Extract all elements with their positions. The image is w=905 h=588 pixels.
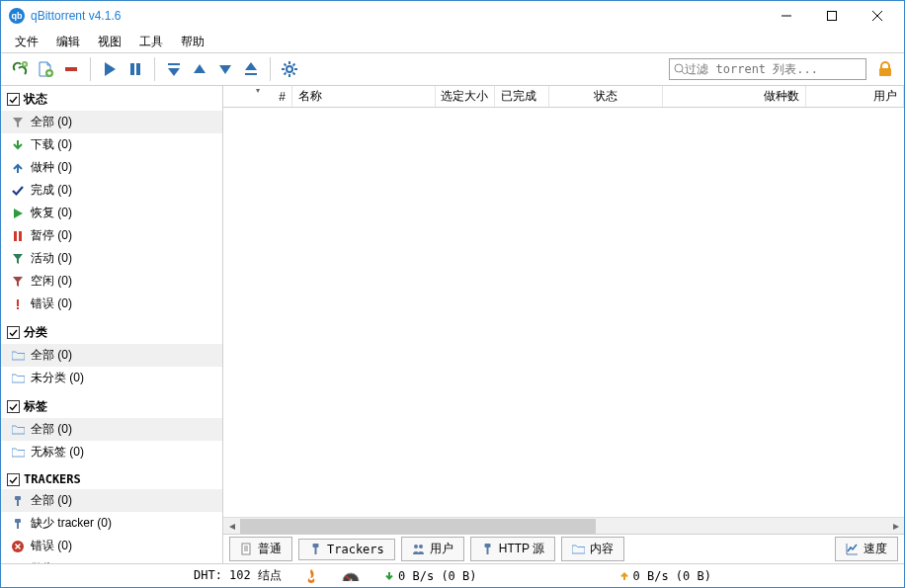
column-label: # <box>279 90 286 104</box>
scroll-left-icon[interactable]: ◂ <box>223 518 240 535</box>
status-text: 0 B/s (0 B) <box>633 569 711 583</box>
column-num[interactable]: ▾# <box>223 86 292 107</box>
sidebar-item-active[interactable]: 活动 (0) <box>1 247 222 270</box>
checkbox-icon <box>7 473 20 486</box>
sidebar-header-categories[interactable]: 分类 <box>1 321 222 344</box>
sidebar-header-trackers[interactable]: TRACKERS <box>1 469 222 489</box>
scroll-track[interactable] <box>240 518 887 535</box>
settings-button[interactable] <box>277 56 302 82</box>
check-icon <box>11 185 25 197</box>
svg-rect-43 <box>486 547 488 554</box>
sidebar-item-inactive[interactable]: 空闲 (0) <box>1 270 222 293</box>
chart-icon <box>846 543 859 555</box>
sidebar-item-tracker-trackerless[interactable]: 缺少 tracker (0) <box>1 512 222 535</box>
tab-label: 普通 <box>258 541 282 557</box>
sidebar-item-label: 全部 (0) <box>31 492 72 509</box>
column-done[interactable]: 已完成 <box>495 86 549 107</box>
tracker-icon <box>11 495 25 507</box>
tab-label: 速度 <box>864 541 887 557</box>
move-top-button[interactable] <box>161 56 187 82</box>
svg-rect-28 <box>17 500 19 506</box>
svg-point-11 <box>287 66 292 72</box>
tab-peers[interactable]: 用户 <box>401 537 464 561</box>
move-down-button[interactable] <box>212 56 238 82</box>
column-peers[interactable]: 用户 <box>806 86 904 107</box>
status-download-speed[interactable]: 0 B/s (0 B) <box>376 569 484 583</box>
sidebar-item-errored[interactable]: 错误 (0) <box>1 293 222 315</box>
sidebar-item-tracker-all[interactable]: 全部 (0) <box>1 489 222 512</box>
error-icon <box>11 541 25 552</box>
play-icon <box>11 208 25 219</box>
menu-view[interactable]: 视图 <box>90 32 129 52</box>
move-up-button[interactable] <box>187 56 212 82</box>
menu-file[interactable]: 文件 <box>7 32 46 52</box>
pause-button[interactable] <box>123 56 148 82</box>
tab-http-sources[interactable]: HTTP 源 <box>470 537 555 561</box>
sidebar-item-label: 错误 (0) <box>31 538 72 554</box>
menu-help[interactable]: 帮助 <box>173 32 212 52</box>
sidebar-item-label: 做种 (0) <box>31 159 72 176</box>
status-firewall[interactable] <box>297 569 325 583</box>
column-size[interactable]: 选定大小 <box>436 86 495 107</box>
minimize-button[interactable] <box>764 1 809 31</box>
sidebar-item-cat-all[interactable]: 全部 (0) <box>1 344 222 367</box>
search-input[interactable] <box>685 62 862 76</box>
sidebar-item-completed[interactable]: 完成 (0) <box>1 179 222 202</box>
app-icon: qb <box>9 8 25 24</box>
checkbox-icon <box>7 400 20 413</box>
svg-rect-30 <box>17 523 19 529</box>
status-alt-speed[interactable] <box>333 570 369 582</box>
move-bottom-button[interactable] <box>238 56 264 82</box>
resume-button[interactable] <box>97 56 123 82</box>
column-seeds[interactable]: 做种数 <box>663 86 806 107</box>
scroll-thumb[interactable] <box>240 519 596 534</box>
sidebar-item-cat-uncategorized[interactable]: 未分类 (0) <box>1 367 222 389</box>
tab-content[interactable]: 内容 <box>561 537 624 561</box>
down-arrow-icon <box>11 139 25 151</box>
close-button[interactable] <box>855 1 900 31</box>
add-file-button[interactable] <box>33 56 58 82</box>
sidebar-item-tag-untagged[interactable]: 无标签 (0) <box>1 441 222 463</box>
lock-button[interactable] <box>872 56 898 82</box>
folder-icon <box>11 350 25 361</box>
remove-button[interactable] <box>58 56 84 82</box>
status-upload-speed[interactable]: 0 B/s (0 B) <box>612 569 719 583</box>
svg-rect-1 <box>828 12 837 21</box>
tab-speed[interactable]: 速度 <box>835 537 898 561</box>
svg-line-16 <box>285 64 287 66</box>
svg-rect-27 <box>15 496 21 500</box>
search-box[interactable] <box>669 58 866 80</box>
sidebar-item-downloading[interactable]: 下载 (0) <box>1 133 222 156</box>
tab-general[interactable]: 普通 <box>229 537 292 561</box>
sidebar-item-tracker-error[interactable]: 错误 (0) <box>1 535 222 557</box>
sidebar-item-label: 错误 (0) <box>31 295 72 312</box>
svg-rect-23 <box>14 231 17 241</box>
torrent-list[interactable] <box>223 108 904 517</box>
sidebar-item-paused[interactable]: 暂停 (0) <box>1 224 222 247</box>
toolbar <box>1 52 904 86</box>
status-dht[interactable]: DHT: 102 结点 <box>186 567 289 584</box>
tracker-icon <box>309 543 322 555</box>
column-name[interactable]: 名称 <box>292 86 436 107</box>
gauge-icon <box>341 570 361 582</box>
sidebar-item-label: 完成 (0) <box>31 182 72 199</box>
sidebar-header-status[interactable]: 状态 <box>1 88 222 111</box>
sidebar-item-seeding[interactable]: 做种 (0) <box>1 156 222 179</box>
tab-label: HTTP 源 <box>499 541 544 557</box>
sidebar-item-tag-all[interactable]: 全部 (0) <box>1 418 222 441</box>
menu-edit[interactable]: 编辑 <box>48 32 88 52</box>
sidebar-item-resumed[interactable]: 恢复 (0) <box>1 202 222 224</box>
horizontal-scrollbar[interactable]: ◂ ▸ <box>223 517 904 534</box>
svg-line-19 <box>285 73 287 75</box>
peers-icon <box>412 543 425 555</box>
add-link-button[interactable] <box>7 56 33 82</box>
sidebar-header-tags[interactable]: 标签 <box>1 395 222 418</box>
svg-rect-25 <box>17 299 19 306</box>
sidebar-header-label: 分类 <box>24 324 47 341</box>
column-status[interactable]: 状态 <box>549 86 663 107</box>
menu-tools[interactable]: 工具 <box>131 32 171 52</box>
maximize-button[interactable] <box>809 1 855 31</box>
tab-trackers[interactable]: Trackers <box>298 539 395 560</box>
scroll-right-icon[interactable]: ▸ <box>887 518 904 535</box>
sidebar-item-all[interactable]: 全部 (0) <box>1 111 222 133</box>
